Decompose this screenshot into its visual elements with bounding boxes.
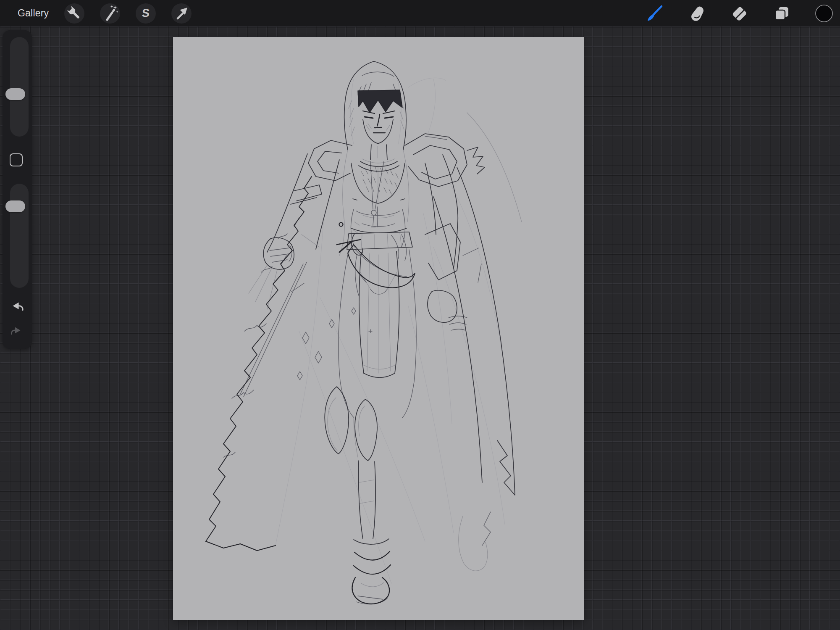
wrench-icon — [65, 4, 84, 23]
gallery-button[interactable]: Gallery — [18, 8, 49, 19]
color-swatch — [814, 3, 834, 24]
brush-size-slider[interactable] — [10, 37, 29, 137]
redo-button[interactable] — [8, 322, 26, 340]
character-sketch — [173, 37, 584, 620]
top-toolbar: Gallery S — [0, 0, 840, 26]
selection-button[interactable]: S — [136, 3, 156, 24]
undo-button[interactable] — [8, 298, 26, 316]
actions-button[interactable] — [64, 3, 84, 24]
adjustments-button[interactable] — [100, 3, 120, 24]
paint-tool-button[interactable] — [644, 3, 664, 24]
layers-icon — [772, 3, 792, 24]
undo-arrow-icon — [8, 298, 25, 315]
opacity-slider[interactable] — [10, 184, 29, 288]
sidebar-panel — [3, 30, 32, 349]
opacity-handle[interactable] — [5, 200, 25, 212]
layers-button[interactable] — [772, 3, 792, 24]
brush-size-handle[interactable] — [5, 88, 25, 100]
paintbrush-icon — [644, 3, 664, 24]
modify-button[interactable] — [10, 153, 23, 166]
transform-arrow-icon — [172, 4, 191, 23]
transform-button[interactable] — [171, 3, 192, 24]
selection-s-icon: S — [142, 8, 150, 19]
canvas[interactable] — [173, 37, 584, 620]
smudge-finger-icon — [687, 3, 707, 24]
magic-wand-icon — [101, 4, 119, 23]
smudge-tool-button[interactable] — [687, 3, 707, 24]
workspace-background — [0, 26, 840, 630]
eraser-icon — [729, 3, 749, 24]
procreate-app: Gallery S — [0, 0, 840, 630]
redo-arrow-icon — [9, 324, 24, 339]
color-swatch-button[interactable] — [814, 3, 834, 24]
erase-tool-button[interactable] — [729, 3, 749, 24]
